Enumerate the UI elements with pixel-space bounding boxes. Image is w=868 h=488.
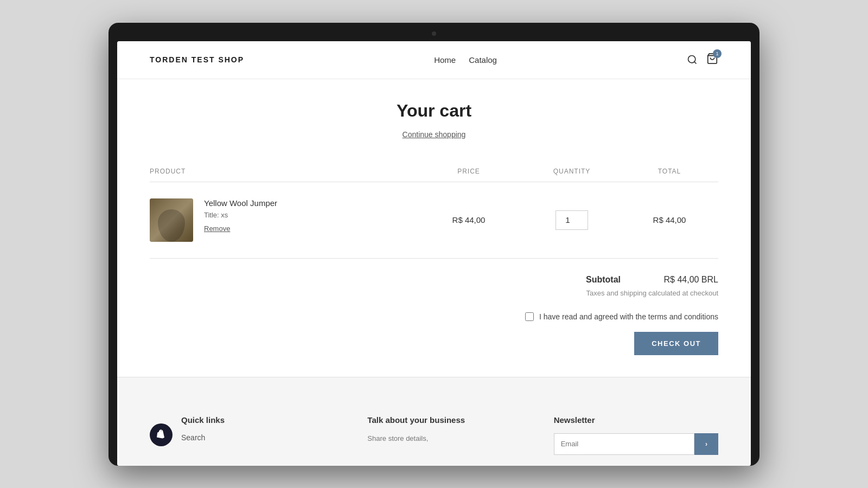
item-price-text: R$ 44,00	[452, 215, 486, 224]
newsletter-form: ›	[554, 433, 718, 455]
nav-catalog[interactable]: Catalog	[469, 55, 497, 65]
product-image	[150, 198, 193, 242]
shopify-badge	[150, 423, 173, 446]
newsletter-submit[interactable]: ›	[694, 433, 718, 455]
svg-point-0	[688, 56, 695, 63]
item-total: R$ 44,00	[621, 215, 718, 225]
footer-quick-links-title: Quick links	[181, 415, 346, 425]
item-price: R$ 44,00	[414, 215, 523, 225]
newsletter-input[interactable]	[554, 433, 694, 455]
header-icons: 1	[687, 53, 718, 67]
col-header-price: PRICE	[414, 168, 523, 175]
subtotal-label: Subtotal	[586, 275, 621, 285]
col-header-product: PRODUCT	[150, 168, 414, 175]
continue-shopping-link[interactable]: Continue shopping	[403, 130, 466, 139]
taxes-note: Taxes and shipping calculated at checkou…	[586, 289, 718, 297]
item-quantity	[523, 210, 621, 230]
main-content: Your cart Continue shopping PRODUCT PRIC…	[117, 79, 751, 377]
checkout-button[interactable]: CHECK OUT	[634, 332, 718, 355]
footer-bottom-row: Quick links Search Talk about your busin…	[150, 415, 718, 455]
nav-home[interactable]: Home	[434, 55, 456, 65]
terms-row: I have read and agreed with the terms an…	[525, 312, 718, 321]
footer-business-title: Talk about your business	[367, 415, 532, 425]
site-footer: Quick links Search Talk about your busin…	[117, 377, 751, 466]
screen: TORDEN TEST SHOP Home Catalog 1	[117, 41, 751, 466]
continue-shopping-wrap: Continue shopping	[150, 130, 718, 139]
footer-grid: Quick links Search Talk about your busin…	[181, 415, 718, 455]
site-logo: TORDEN TEST SHOP	[150, 55, 244, 64]
col-header-quantity: QUANTITY	[523, 168, 621, 175]
col-header-total: TOTAL	[621, 168, 718, 175]
product-name: Yellow Wool Jumper	[204, 198, 414, 208]
remove-button[interactable]: Remove	[204, 224, 230, 233]
subtotal-row: Subtotal R$ 44,00 BRL	[586, 275, 718, 285]
footer-newsletter: Newsletter ›	[554, 415, 718, 455]
terms-checkbox[interactable]	[525, 312, 534, 321]
site-header: TORDEN TEST SHOP Home Catalog 1	[117, 41, 751, 79]
cart-table-header: PRODUCT PRICE QUANTITY TOTAL	[150, 161, 718, 182]
shopify-icon	[155, 428, 168, 441]
cart-item-row: Yellow Wool Jumper Title: xs Remove R$ 4…	[150, 182, 718, 259]
item-total-text: R$ 44,00	[653, 215, 686, 224]
svg-line-1	[694, 62, 697, 64]
cart-badge: 1	[713, 49, 722, 58]
product-image-inner	[150, 198, 193, 242]
footer-business: Talk about your business Share store det…	[367, 415, 532, 455]
camera	[432, 31, 436, 36]
terms-label: I have read and agreed with the terms an…	[539, 312, 718, 321]
site-nav: Home Catalog	[434, 55, 497, 65]
product-variant: Title: xs	[204, 211, 414, 219]
laptop-frame: TORDEN TEST SHOP Home Catalog 1	[108, 23, 760, 466]
product-details: Yellow Wool Jumper Title: xs Remove	[204, 198, 414, 233]
footer-newsletter-title: Newsletter	[554, 415, 718, 425]
search-icon[interactable]	[687, 54, 698, 65]
cart-item-product: Yellow Wool Jumper Title: xs Remove	[150, 198, 414, 242]
footer-search-link[interactable]: Search	[181, 433, 346, 442]
page-title: Your cart	[150, 101, 718, 121]
cart-icon-wrap[interactable]: 1	[706, 53, 718, 67]
quantity-input[interactable]	[556, 210, 588, 230]
footer-business-text: Share store details,	[367, 433, 532, 445]
cart-summary: Subtotal R$ 44,00 BRL Taxes and shipping…	[150, 275, 718, 355]
footer-quick-links: Quick links Search	[181, 415, 346, 455]
subtotal-amount: R$ 44,00 BRL	[642, 275, 718, 285]
cart-table: PRODUCT PRICE QUANTITY TOTAL Yellow Wool…	[150, 161, 718, 259]
